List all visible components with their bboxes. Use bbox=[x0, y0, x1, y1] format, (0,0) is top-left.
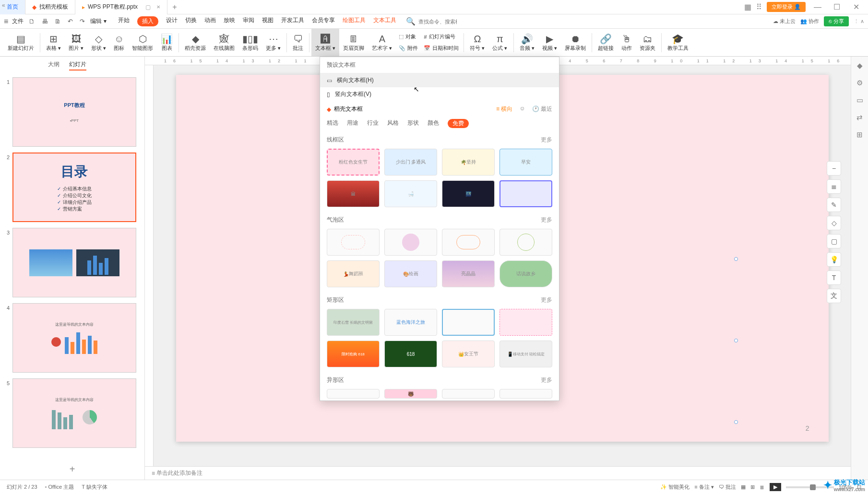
ribbon-textbox[interactable]: 🅰文本框 ▾ bbox=[311, 29, 339, 56]
ribbon-collapse-icon[interactable]: ⋮ ∧ bbox=[854, 18, 864, 24]
filter-style[interactable]: 风格 bbox=[387, 119, 399, 128]
ribbon-equation[interactable]: π公式 ▾ bbox=[488, 29, 511, 56]
cloud-status[interactable]: ☁ 未上云 bbox=[773, 18, 796, 25]
more-lineframe[interactable]: 更多 bbox=[541, 136, 552, 144]
float-idea[interactable]: 💡 bbox=[827, 252, 841, 267]
ribbon-datetime[interactable]: 📅日期和时间 bbox=[424, 43, 459, 54]
more-bubble[interactable]: 更多 bbox=[541, 216, 552, 224]
template-card[interactable]: 🏛 bbox=[327, 180, 380, 207]
share-button[interactable]: ⎋ 分享 bbox=[824, 16, 849, 26]
tab-member[interactable]: 会员专享 bbox=[312, 16, 335, 26]
notes-placeholder[interactable]: 单击此处添加备注 bbox=[156, 469, 202, 477]
status-comments[interactable]: 🗨 批注 bbox=[719, 483, 736, 491]
file-menu[interactable]: 文件 bbox=[12, 17, 24, 25]
login-button[interactable]: 立即登录 👤 bbox=[767, 2, 806, 12]
tab-start[interactable]: 开始 bbox=[118, 16, 130, 26]
ribbon-attachment[interactable]: 📎附件 bbox=[399, 43, 418, 54]
template-card[interactable]: 🐻 bbox=[384, 389, 437, 399]
ribbon-shapes[interactable]: ◇形状 ▾ bbox=[87, 29, 110, 56]
view-reading-icon[interactable]: 🗏 bbox=[760, 484, 765, 490]
ribbon-barcode[interactable]: ▮▯▮条形码 bbox=[238, 29, 262, 56]
template-card[interactable] bbox=[499, 180, 552, 207]
ribbon-icons[interactable]: ☺图标 bbox=[110, 29, 128, 56]
status-notes[interactable]: ≡ 备注 ▾ bbox=[694, 483, 714, 491]
hamburger-icon[interactable]: ≡ bbox=[4, 17, 8, 26]
tab-texttools[interactable]: 文本工具 bbox=[373, 16, 396, 26]
filter-shape[interactable]: 形状 bbox=[407, 119, 419, 128]
view-sorter-icon[interactable]: ⊞ bbox=[750, 484, 755, 490]
float-translate[interactable]: 文 bbox=[827, 289, 841, 303]
tab-animation[interactable]: 动画 bbox=[204, 16, 216, 26]
minimize-button[interactable]: — bbox=[810, 3, 825, 12]
collapse-rail-icon[interactable]: « bbox=[2, 2, 5, 9]
tab-templates[interactable]: ◆ 找稻壳模板 bbox=[25, 0, 75, 14]
float-text[interactable]: T bbox=[827, 271, 841, 285]
template-card[interactable]: 限时抢购 618 bbox=[327, 341, 380, 367]
ribbon-table[interactable]: ⊞表格 ▾ bbox=[42, 29, 65, 56]
command-search-input[interactable] bbox=[418, 19, 457, 24]
dd-vertical-textbox[interactable]: ▯ 竖向文本框(V) bbox=[320, 87, 559, 101]
edit-dropdown[interactable]: 编辑 ▾ bbox=[90, 17, 106, 25]
dd-feedback-icon[interactable]: ☺ bbox=[519, 105, 525, 113]
tab-review[interactable]: 审阅 bbox=[243, 16, 254, 26]
ribbon-mindmap[interactable]: 🕸在线脑图 bbox=[210, 29, 238, 56]
ribbon-smartart[interactable]: ⬡智能图形 bbox=[128, 29, 157, 56]
template-card[interactable] bbox=[442, 229, 495, 256]
thumb-slide-5[interactable]: 这里是等线的文本内容 bbox=[12, 378, 136, 448]
new-tab-button[interactable]: + bbox=[167, 3, 182, 12]
tab-devtools[interactable]: 开发工具 bbox=[281, 16, 304, 26]
ribbon-comment[interactable]: 🗨批注 bbox=[289, 29, 307, 56]
filter-color[interactable]: 颜色 bbox=[428, 119, 439, 128]
dd-orientation[interactable]: ≡ 横向 bbox=[496, 105, 512, 113]
ribbon-assets[interactable]: 🗂资源夹 bbox=[636, 29, 659, 56]
thumb-slide-3[interactable] bbox=[12, 228, 136, 297]
template-card[interactable] bbox=[442, 389, 495, 399]
template-card[interactable]: 蓝色海洋之旅 bbox=[384, 309, 437, 336]
more-irregular[interactable]: 更多 bbox=[541, 376, 552, 384]
ribbon-chart[interactable]: 📊图表 bbox=[157, 29, 177, 56]
template-card[interactable]: 🌃 bbox=[442, 180, 495, 207]
float-layers[interactable]: ≣ bbox=[827, 179, 841, 194]
template-card[interactable]: 618 bbox=[384, 341, 437, 367]
rp-settings-icon[interactable]: ⚙ bbox=[856, 79, 863, 87]
template-card[interactable]: 少出门 多通风 bbox=[384, 149, 437, 176]
outline-tab[interactable]: 大纲 bbox=[48, 60, 59, 71]
ribbon-hyperlink[interactable]: 🔗超链接 bbox=[594, 29, 618, 56]
template-card[interactable] bbox=[499, 229, 552, 256]
rp-slide-icon[interactable]: ▭ bbox=[856, 96, 863, 105]
qat-redo-icon[interactable]: ↷ bbox=[78, 18, 86, 25]
rp-transition-icon[interactable]: ⇄ bbox=[856, 113, 863, 122]
ribbon-video[interactable]: ▶视频 ▾ bbox=[538, 29, 561, 56]
ribbon-teaching[interactable]: 🎓教学工具 bbox=[664, 29, 692, 56]
more-rect[interactable]: 更多 bbox=[541, 296, 552, 304]
template-card[interactable] bbox=[499, 389, 552, 399]
collab-button[interactable]: 👥 协作 bbox=[800, 18, 819, 25]
float-shape[interactable]: ◇ bbox=[827, 216, 841, 230]
template-card[interactable]: 🎨绘画 bbox=[384, 260, 437, 287]
filter-featured[interactable]: 精选 bbox=[327, 119, 338, 128]
template-card[interactable]: 🌴坚持 bbox=[442, 149, 495, 176]
status-beautify[interactable]: ✨ 智能美化 bbox=[660, 483, 690, 491]
qat-print-icon[interactable]: 🖶 bbox=[40, 18, 49, 25]
rp-layout-icon[interactable]: ⊞ bbox=[856, 130, 863, 139]
ribbon-action[interactable]: 🖱动作 bbox=[618, 29, 636, 56]
qat-preview-icon[interactable]: 🗎 bbox=[53, 18, 62, 25]
template-card[interactable]: 🛁 bbox=[384, 180, 437, 207]
filter-free[interactable]: 免费 bbox=[448, 119, 469, 128]
tab-menu-icon[interactable]: ▢ bbox=[145, 4, 151, 11]
tab-insert[interactable]: 插入 bbox=[137, 16, 158, 26]
ribbon-picture[interactable]: 🖼图片 ▾ bbox=[65, 29, 87, 56]
tab-design[interactable]: 设计 bbox=[166, 16, 178, 26]
apps-icon[interactable]: ⠿ bbox=[756, 2, 762, 12]
ribbon-audio[interactable]: 🔊音频 ▾ bbox=[516, 29, 538, 56]
dd-horizontal-textbox[interactable]: ▭ 横向文本框(H) bbox=[320, 73, 559, 87]
ribbon-new-slide[interactable]: ▤新建幻灯片 bbox=[4, 29, 38, 56]
ribbon-docer[interactable]: ◆稻壳资源 bbox=[181, 29, 210, 56]
qat-undo-icon[interactable]: ↶ bbox=[66, 18, 74, 25]
filter-use[interactable]: 用途 bbox=[347, 119, 358, 128]
close-window-button[interactable]: ✕ bbox=[849, 2, 863, 12]
template-card[interactable]: 亮晶晶 bbox=[442, 260, 495, 287]
filter-industry[interactable]: 行业 bbox=[367, 119, 379, 128]
ribbon-screenrecord[interactable]: ⏺屏幕录制 bbox=[561, 29, 590, 56]
close-tab-icon[interactable]: ✕ bbox=[156, 4, 160, 10]
